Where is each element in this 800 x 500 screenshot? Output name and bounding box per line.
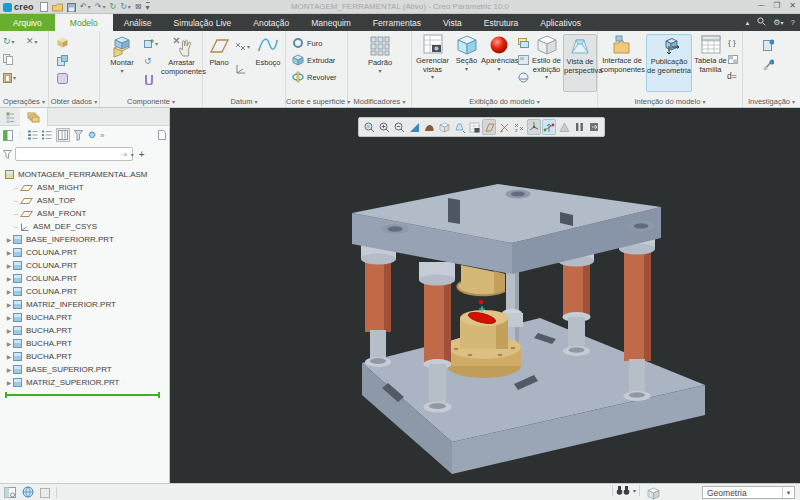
add-filter-icon[interactable]: + bbox=[139, 149, 145, 160]
graphics-viewport[interactable]: z bbox=[170, 108, 800, 483]
estilo-exibicao-button[interactable]: Estilo de exibição▾ bbox=[531, 34, 562, 80]
create-component-icon[interactable]: ▾ bbox=[144, 36, 159, 50]
group-label[interactable]: Intenção do modelo ▾ bbox=[598, 97, 742, 106]
tree-document-icon[interactable] bbox=[158, 130, 166, 140]
copy-geometry-icon[interactable] bbox=[57, 53, 72, 67]
expand-icon[interactable]: ▶ bbox=[5, 366, 13, 373]
tab-simulacao-live[interactable]: Simulação Live bbox=[163, 14, 243, 31]
shading-icon[interactable] bbox=[422, 119, 436, 135]
search-icon[interactable] bbox=[757, 17, 766, 28]
furo-button[interactable]: Furo bbox=[292, 36, 322, 50]
tree-settings-icon[interactable]: ⚙ bbox=[88, 130, 96, 140]
expand-icon[interactable]: ▶ bbox=[5, 262, 13, 269]
group-label[interactable]: Componente ▾ bbox=[100, 97, 202, 106]
redo-icon[interactable]: ↷▾ bbox=[95, 2, 106, 12]
model-tree-toggle-icon[interactable] bbox=[4, 484, 16, 500]
paste-icon[interactable]: ▾ bbox=[3, 70, 18, 84]
group-label[interactable]: Exibição do modelo ▾ bbox=[412, 97, 597, 106]
annotation-display-icon[interactable] bbox=[497, 119, 511, 135]
datum-display-icon[interactable] bbox=[482, 119, 496, 135]
tree-item[interactable]: ▶COLUNA.PRT bbox=[0, 259, 168, 272]
group-label[interactable]: Obter dados ▾ bbox=[49, 97, 99, 106]
help-icon[interactable]: ? bbox=[791, 18, 795, 27]
tab-arquivo[interactable]: Arquivo bbox=[0, 14, 55, 31]
collapse-ribbon-icon[interactable]: ▲ bbox=[744, 20, 750, 26]
padrao-button[interactable]: Padrão ▾ bbox=[362, 34, 398, 74]
expand-icon[interactable]: ▶ bbox=[5, 314, 13, 321]
selection-filter-dropdown[interactable]: Geometria ▼ bbox=[702, 486, 795, 499]
montar-button[interactable]: Montar ▾ bbox=[102, 34, 142, 74]
minimize-button[interactable]: ─ bbox=[758, 1, 764, 10]
flexibilize-icon[interactable] bbox=[144, 72, 159, 86]
restore-button[interactable]: ❐ bbox=[773, 1, 780, 10]
tree-item[interactable]: ▶COLUNA.PRT bbox=[0, 272, 168, 285]
datum-point-icon[interactable]: ▾ bbox=[235, 39, 250, 53]
tree-filter-icon[interactable] bbox=[74, 130, 84, 141]
tab-manequim[interactable]: Manequim bbox=[300, 14, 362, 31]
expand-icon[interactable]: ▶ bbox=[5, 275, 13, 282]
display-style-icon[interactable] bbox=[437, 119, 451, 135]
find-dropdown-icon[interactable]: ▾ bbox=[633, 487, 636, 494]
vista-perspectiva-button[interactable]: Vista de perspectiva bbox=[563, 34, 597, 92]
tree-item[interactable]: ▶MATRIZ_SUPERIOR.PRT bbox=[0, 376, 168, 389]
extrudar-button[interactable]: Extrudar bbox=[292, 53, 335, 67]
list-view-icon[interactable] bbox=[28, 130, 38, 140]
tree-item[interactable]: –ASM_TOP bbox=[0, 194, 168, 207]
designated-items-icon[interactable]: z bbox=[512, 119, 526, 135]
tree-item[interactable]: ▶MATRIZ_INFERIOR.PRT bbox=[0, 298, 168, 311]
shrinkwrap-icon[interactable] bbox=[57, 71, 72, 85]
dropdown-arrow-icon[interactable]: ▾ bbox=[155, 40, 158, 47]
undo-icon[interactable]: ↶▾ bbox=[80, 2, 91, 12]
refit-icon[interactable] bbox=[362, 119, 376, 135]
overflow-icon[interactable]: » bbox=[100, 131, 104, 140]
model-player-dropdown-icon[interactable]: ▾ bbox=[128, 2, 131, 12]
group-label[interactable]: Operações ▾ bbox=[0, 97, 48, 106]
tree-item[interactable]: ▶BUCHA.PRT bbox=[0, 337, 168, 350]
regenerate-model-icon[interactable]: ↻▾ bbox=[3, 34, 18, 48]
close-button[interactable]: ✕ bbox=[789, 1, 796, 10]
feature-info-icon[interactable] bbox=[763, 58, 778, 72]
esboco-button[interactable]: Esboço bbox=[252, 34, 284, 68]
filter-dropdown-icon[interactable]: ▾ bbox=[131, 151, 134, 158]
tab-vista[interactable]: Vista bbox=[432, 14, 473, 31]
expand-icon[interactable]: ▶ bbox=[5, 327, 13, 334]
plano-button[interactable]: Plano bbox=[205, 34, 233, 68]
3d-dragger-icon[interactable] bbox=[542, 119, 556, 135]
repaint-icon[interactable] bbox=[407, 119, 421, 135]
filter-funnel-icon[interactable] bbox=[3, 150, 12, 159]
aparencias-button[interactable]: Aparências▾ bbox=[481, 34, 517, 72]
spin-center-icon[interactable] bbox=[527, 119, 541, 135]
tab-aplicativos[interactable]: Aplicativos bbox=[529, 14, 592, 31]
expand-icon[interactable]: ▶ bbox=[5, 288, 13, 295]
tree-item[interactable]: –ASM_DEF_CSYS bbox=[0, 220, 168, 233]
expand-icon[interactable]: ▶ bbox=[5, 353, 13, 360]
tabela-familia-button[interactable]: Tabela de família bbox=[694, 34, 727, 74]
zoom-in-icon[interactable] bbox=[377, 119, 391, 135]
expand-icon[interactable]: ▶ bbox=[5, 340, 13, 347]
delete-icon[interactable]: ✕▾ bbox=[26, 34, 41, 48]
browser-toggle-icon[interactable] bbox=[22, 484, 34, 500]
tree-columns-icon[interactable] bbox=[3, 130, 13, 141]
relations-icon[interactable]: d= bbox=[727, 69, 742, 83]
tab-ferramentas[interactable]: Ferramentas bbox=[362, 14, 432, 31]
tree-item[interactable]: ▶BUCHA.PRT bbox=[0, 324, 168, 337]
gerenciar-vistas-button[interactable]: Gerenciar vistas▾ bbox=[414, 34, 451, 80]
group-label[interactable]: Modificadores ▾ bbox=[348, 97, 411, 106]
expand-icon[interactable]: ▶ bbox=[5, 249, 13, 256]
close-window-icon[interactable]: ⊠ bbox=[135, 2, 142, 12]
tree-item[interactable]: –ASM_FRONT bbox=[0, 207, 168, 220]
redo-dropdown-icon[interactable]: ▾ bbox=[102, 2, 105, 12]
folder-browser-tab[interactable] bbox=[20, 108, 48, 126]
group-label[interactable]: Corte e superfície ▾ bbox=[286, 97, 347, 106]
column-display-icon[interactable] bbox=[56, 128, 70, 142]
repeat-icon[interactable]: ↺ bbox=[144, 54, 159, 68]
saved-orientations-icon[interactable] bbox=[452, 119, 466, 135]
insertion-point-line[interactable] bbox=[5, 394, 160, 396]
parameters-icon[interactable]: { } bbox=[728, 35, 743, 49]
interface-componentes-button[interactable]: Interface de componentes bbox=[600, 34, 644, 74]
tree-filter-input[interactable] bbox=[15, 147, 133, 161]
group-label[interactable]: Datum ▾ bbox=[203, 97, 285, 106]
options-dropdown-icon[interactable]: ▾ bbox=[781, 20, 784, 26]
dropdown-arrow-icon[interactable]: ▾ bbox=[13, 74, 16, 81]
selection-filter-arrow-icon[interactable]: ▼ bbox=[782, 487, 794, 498]
